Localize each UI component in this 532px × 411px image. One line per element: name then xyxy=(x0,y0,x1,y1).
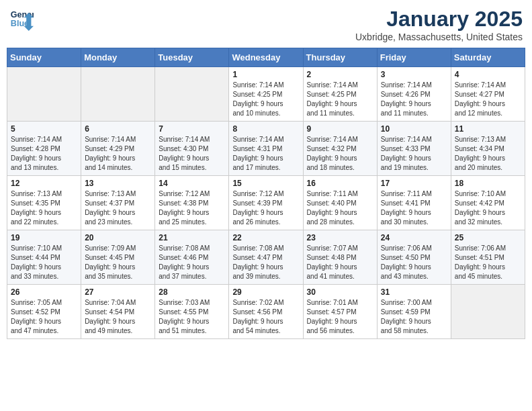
calendar-cell xyxy=(81,67,155,122)
day-info: Sunrise: 7:12 AM Sunset: 4:39 PM Dayligh… xyxy=(232,189,299,227)
day-number: 19 xyxy=(11,233,77,242)
day-info: Sunrise: 7:11 AM Sunset: 4:41 PM Dayligh… xyxy=(381,189,447,227)
calendar-cell: 16Sunrise: 7:11 AM Sunset: 4:40 PM Dayli… xyxy=(303,176,377,230)
day-info: Sunrise: 7:08 AM Sunset: 4:46 PM Dayligh… xyxy=(159,244,225,281)
weekday-header: Thursday xyxy=(303,48,377,67)
day-info: Sunrise: 7:14 AM Sunset: 4:31 PM Dayligh… xyxy=(232,135,299,173)
day-info: Sunrise: 7:02 AM Sunset: 4:56 PM Dayligh… xyxy=(232,298,299,336)
calendar-cell: 4Sunrise: 7:14 AM Sunset: 4:27 PM Daylig… xyxy=(451,67,525,122)
weekday-header: Saturday xyxy=(451,48,525,67)
day-info: Sunrise: 7:14 AM Sunset: 4:25 PM Dayligh… xyxy=(307,81,373,118)
calendar-cell: 21Sunrise: 7:08 AM Sunset: 4:46 PM Dayli… xyxy=(155,230,229,285)
calendar-cell: 7Sunrise: 7:14 AM Sunset: 4:30 PM Daylig… xyxy=(155,122,229,176)
calendar-cell: 12Sunrise: 7:13 AM Sunset: 4:35 PM Dayli… xyxy=(7,176,81,230)
weekday-header: Friday xyxy=(377,48,451,67)
calendar-cell: 28Sunrise: 7:03 AM Sunset: 4:55 PM Dayli… xyxy=(155,285,229,339)
day-info: Sunrise: 7:14 AM Sunset: 4:27 PM Dayligh… xyxy=(455,81,521,118)
day-number: 31 xyxy=(381,287,447,297)
weekday-header: Tuesday xyxy=(155,48,229,67)
day-number: 10 xyxy=(381,124,447,134)
day-number: 6 xyxy=(85,124,151,134)
day-number: 8 xyxy=(232,124,299,134)
calendar-week-row: 1Sunrise: 7:14 AM Sunset: 4:25 PM Daylig… xyxy=(7,67,525,122)
calendar-cell: 23Sunrise: 7:07 AM Sunset: 4:48 PM Dayli… xyxy=(303,230,377,285)
calendar-cell: 3Sunrise: 7:14 AM Sunset: 4:26 PM Daylig… xyxy=(377,67,451,122)
day-info: Sunrise: 7:04 AM Sunset: 4:54 PM Dayligh… xyxy=(85,298,151,336)
calendar-week-row: 12Sunrise: 7:13 AM Sunset: 4:35 PM Dayli… xyxy=(7,176,525,230)
day-info: Sunrise: 7:13 AM Sunset: 4:34 PM Dayligh… xyxy=(455,135,521,173)
day-info: Sunrise: 7:07 AM Sunset: 4:48 PM Dayligh… xyxy=(307,244,373,281)
day-info: Sunrise: 7:12 AM Sunset: 4:38 PM Dayligh… xyxy=(159,189,225,227)
calendar-cell: 17Sunrise: 7:11 AM Sunset: 4:41 PM Dayli… xyxy=(377,176,451,230)
day-info: Sunrise: 7:10 AM Sunset: 4:44 PM Dayligh… xyxy=(11,244,77,281)
day-number: 11 xyxy=(455,124,521,134)
day-info: Sunrise: 7:01 AM Sunset: 4:57 PM Dayligh… xyxy=(307,298,373,336)
day-number: 29 xyxy=(232,287,299,297)
calendar-cell xyxy=(155,67,229,122)
calendar-cell: 27Sunrise: 7:04 AM Sunset: 4:54 PM Dayli… xyxy=(81,285,155,339)
calendar-cell: 22Sunrise: 7:08 AM Sunset: 4:47 PM Dayli… xyxy=(229,230,303,285)
weekday-header-row: SundayMondayTuesdayWednesdayThursdayFrid… xyxy=(7,48,525,67)
calendar-cell: 31Sunrise: 7:00 AM Sunset: 4:59 PM Dayli… xyxy=(377,285,451,339)
day-number: 12 xyxy=(11,179,77,188)
day-number: 24 xyxy=(381,233,447,242)
day-info: Sunrise: 7:03 AM Sunset: 4:55 PM Dayligh… xyxy=(159,298,225,336)
location: Uxbridge, Massachusetts, United States xyxy=(355,32,523,42)
calendar-table: SundayMondayTuesdayWednesdayThursdayFrid… xyxy=(7,48,525,339)
month-title: January 2025 xyxy=(355,7,523,32)
calendar-cell: 2Sunrise: 7:14 AM Sunset: 4:25 PM Daylig… xyxy=(303,67,377,122)
calendar-week-row: 26Sunrise: 7:05 AM Sunset: 4:52 PM Dayli… xyxy=(7,285,525,339)
calendar-cell: 24Sunrise: 7:06 AM Sunset: 4:50 PM Dayli… xyxy=(377,230,451,285)
day-number: 20 xyxy=(85,233,151,242)
day-number: 7 xyxy=(159,124,225,134)
calendar-week-row: 5Sunrise: 7:14 AM Sunset: 4:28 PM Daylig… xyxy=(7,122,525,176)
day-info: Sunrise: 7:09 AM Sunset: 4:45 PM Dayligh… xyxy=(85,244,151,281)
day-info: Sunrise: 7:00 AM Sunset: 4:59 PM Dayligh… xyxy=(381,298,447,336)
calendar-week-row: 19Sunrise: 7:10 AM Sunset: 4:44 PM Dayli… xyxy=(7,230,525,285)
calendar-cell: 14Sunrise: 7:12 AM Sunset: 4:38 PM Dayli… xyxy=(155,176,229,230)
day-number: 3 xyxy=(381,70,447,79)
day-number: 27 xyxy=(85,287,151,297)
day-number: 23 xyxy=(307,233,373,242)
day-number: 16 xyxy=(307,179,373,188)
day-info: Sunrise: 7:14 AM Sunset: 4:26 PM Dayligh… xyxy=(381,81,447,118)
day-number: 17 xyxy=(381,179,447,188)
logo-icon: General Blue xyxy=(9,7,34,31)
calendar-cell xyxy=(7,67,81,122)
day-number: 14 xyxy=(159,179,225,188)
calendar-cell: 26Sunrise: 7:05 AM Sunset: 4:52 PM Dayli… xyxy=(7,285,81,339)
day-info: Sunrise: 7:06 AM Sunset: 4:50 PM Dayligh… xyxy=(381,244,447,281)
calendar-cell: 5Sunrise: 7:14 AM Sunset: 4:28 PM Daylig… xyxy=(7,122,81,176)
day-number: 30 xyxy=(307,287,373,297)
calendar-cell: 11Sunrise: 7:13 AM Sunset: 4:34 PM Dayli… xyxy=(451,122,525,176)
day-info: Sunrise: 7:14 AM Sunset: 4:29 PM Dayligh… xyxy=(85,135,151,173)
calendar-cell: 25Sunrise: 7:06 AM Sunset: 4:51 PM Dayli… xyxy=(451,230,525,285)
calendar-cell: 18Sunrise: 7:10 AM Sunset: 4:42 PM Dayli… xyxy=(451,176,525,230)
calendar-cell: 29Sunrise: 7:02 AM Sunset: 4:56 PM Dayli… xyxy=(229,285,303,339)
page-header: General Blue January 2025 Uxbridge, Mass… xyxy=(7,7,525,42)
day-info: Sunrise: 7:14 AM Sunset: 4:25 PM Dayligh… xyxy=(232,81,299,118)
day-info: Sunrise: 7:14 AM Sunset: 4:28 PM Dayligh… xyxy=(11,135,77,173)
day-number: 26 xyxy=(11,287,77,297)
calendar-cell: 6Sunrise: 7:14 AM Sunset: 4:29 PM Daylig… xyxy=(81,122,155,176)
logo: General Blue xyxy=(9,7,34,31)
calendar-cell: 10Sunrise: 7:14 AM Sunset: 4:33 PM Dayli… xyxy=(377,122,451,176)
day-number: 25 xyxy=(455,233,521,242)
day-info: Sunrise: 7:14 AM Sunset: 4:30 PM Dayligh… xyxy=(159,135,225,173)
day-info: Sunrise: 7:10 AM Sunset: 4:42 PM Dayligh… xyxy=(455,189,521,227)
day-number: 15 xyxy=(232,179,299,188)
calendar-cell: 15Sunrise: 7:12 AM Sunset: 4:39 PM Dayli… xyxy=(229,176,303,230)
day-info: Sunrise: 7:06 AM Sunset: 4:51 PM Dayligh… xyxy=(455,244,521,281)
day-number: 1 xyxy=(232,70,299,79)
weekday-header: Monday xyxy=(81,48,155,67)
day-number: 2 xyxy=(307,70,373,79)
day-number: 18 xyxy=(455,179,521,188)
day-info: Sunrise: 7:13 AM Sunset: 4:35 PM Dayligh… xyxy=(11,189,77,227)
day-info: Sunrise: 7:14 AM Sunset: 4:33 PM Dayligh… xyxy=(381,135,447,173)
day-number: 22 xyxy=(232,233,299,242)
calendar-cell: 30Sunrise: 7:01 AM Sunset: 4:57 PM Dayli… xyxy=(303,285,377,339)
day-number: 13 xyxy=(85,179,151,188)
title-block: January 2025 Uxbridge, Massachusetts, Un… xyxy=(355,7,523,42)
calendar-cell: 19Sunrise: 7:10 AM Sunset: 4:44 PM Dayli… xyxy=(7,230,81,285)
day-info: Sunrise: 7:13 AM Sunset: 4:37 PM Dayligh… xyxy=(85,189,151,227)
